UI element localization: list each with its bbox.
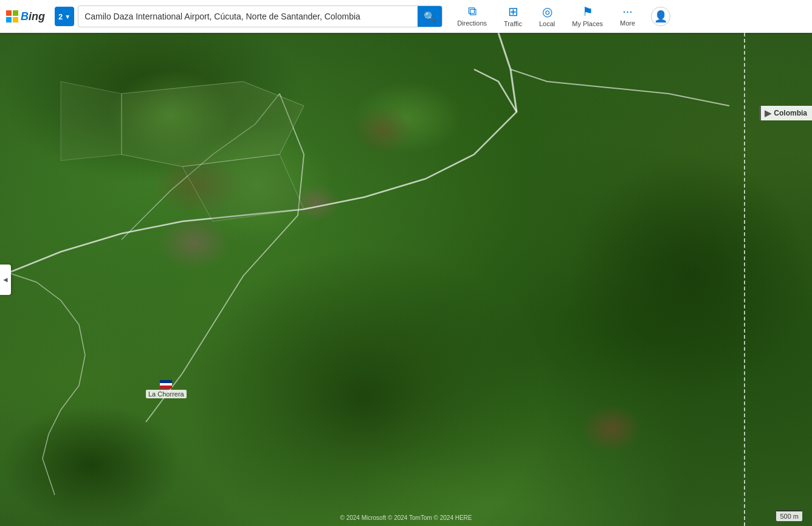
scale-bar: 500 m (776, 510, 802, 521)
map-roads-svg (0, 33, 812, 526)
profile-button[interactable]: 👤 (651, 7, 670, 26)
colombia-label: ▶ Colombia (759, 106, 812, 120)
nav-bar: ⧉ Directions ⊞ Traffic ◎ Local ⚑ My Plac… (449, 0, 644, 33)
colombia-text: Colombia (774, 109, 807, 117)
chorrera-location: La Chorrera (146, 380, 187, 398)
traffic-icon: ⊞ (508, 4, 518, 19)
logo-sq1 (6, 10, 12, 16)
search-button[interactable]: 🔍 (418, 5, 442, 27)
user-icon: 👤 (654, 10, 667, 23)
chorrera-text: La Chorrera (146, 390, 187, 398)
more-label: More (620, 19, 635, 27)
country-border-line (744, 33, 745, 526)
logo-sq3 (6, 17, 12, 22)
chevron-down-icon: ▼ (64, 13, 71, 20)
copyright-text: © 2024 Microsoft © 2024 TomTom © 2024 HE… (340, 514, 472, 521)
bing-logo-highlight: B (21, 10, 29, 22)
local-label: Local (539, 20, 555, 27)
more-icon: ··· (622, 4, 633, 18)
collapse-icon: ◄ (2, 275, 9, 284)
nav-item-local[interactable]: ◎ Local (531, 0, 563, 33)
arrow-icon: ▶ (765, 108, 771, 118)
nav-item-more[interactable]: ··· More (611, 0, 644, 33)
tab-count-badge[interactable]: 2 ▼ (55, 7, 74, 26)
bing-logo-text: Bing (21, 10, 45, 23)
scale-label: 500 m (780, 513, 799, 520)
header: Bing 2 ▼ 🔍 ⧉ Directions ⊞ Traffic ◎ Loca… (0, 0, 812, 33)
directions-icon: ⧉ (468, 4, 477, 18)
logo-sq4 (13, 17, 18, 22)
local-icon: ◎ (542, 4, 552, 19)
bing-logo[interactable]: Bing (0, 10, 51, 23)
badge-number: 2 (58, 12, 63, 21)
directions-label: Directions (457, 19, 487, 27)
logo-sq2 (13, 10, 18, 16)
myplaces-label: My Places (572, 20, 603, 27)
nav-item-myplaces[interactable]: ⚑ My Places (563, 0, 611, 33)
bing-logo-squares (6, 10, 18, 22)
traffic-label: Traffic (504, 20, 522, 27)
nav-item-traffic[interactable]: ⊞ Traffic (495, 0, 531, 33)
search-icon: 🔍 (424, 11, 436, 22)
flag-red (160, 386, 172, 389)
flag-icon (160, 380, 172, 389)
search-box: 🔍 (78, 5, 442, 27)
map-area[interactable]: ▶ Colombia La Chorrera ◄ 500 m © 2024 Mi… (0, 33, 812, 526)
myplaces-icon: ⚑ (582, 4, 593, 19)
search-input[interactable] (78, 12, 418, 21)
nav-item-directions[interactable]: ⧉ Directions (449, 0, 495, 33)
collapse-sidebar-button[interactable]: ◄ (0, 265, 11, 295)
